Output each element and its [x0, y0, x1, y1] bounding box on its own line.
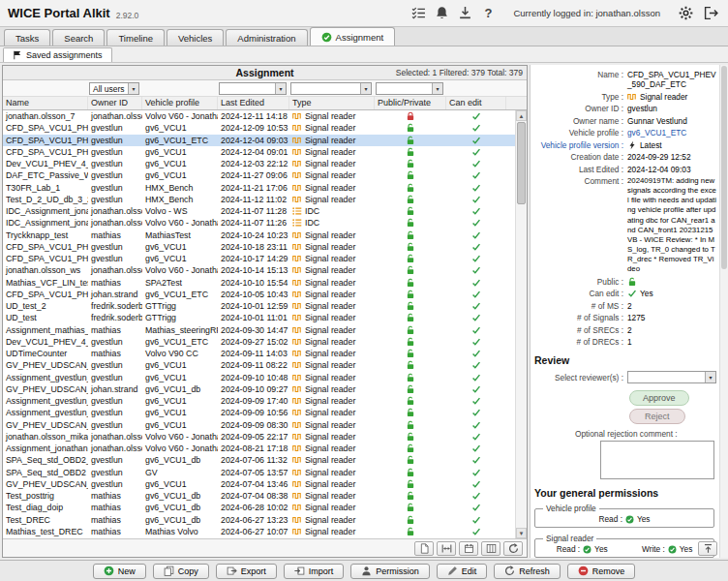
table-cell: Signal reader — [289, 324, 375, 336]
table-row[interactable]: CFD_SPA_VCU1_PHE...gvestlungv6_VCU1_ETC2… — [3, 135, 515, 146]
table-scrollbar[interactable]: ▲ ▼ — [515, 110, 527, 538]
column-header-vehicle-profile[interactable]: Vehicle profile — [142, 97, 218, 109]
scroll-top-button[interactable] — [698, 541, 717, 556]
table-row[interactable]: CFD_SPA_VCU1_PHE...gvestlungv6_VCU12024-… — [3, 241, 515, 253]
table-row[interactable]: Test_posttrigmathiasgv6_VCU1_db2024-07-0… — [3, 490, 515, 502]
table-row[interactable]: CFD_SPA_VCU1_PHE...gvestlungv6_VCU12024-… — [3, 146, 515, 158]
export-button[interactable]: Export — [216, 564, 277, 579]
table-row[interactable]: DAF_ETC_Passive_W...gvestlungv6_VCU12024… — [3, 169, 515, 181]
table-row[interactable]: UDTimeCountermathiasVolvo V90 CC2024-09-… — [3, 348, 515, 359]
copy-button[interactable]: Copy — [153, 564, 209, 579]
reject-button[interactable]: Reject — [629, 409, 685, 424]
table-cell: Signal reader — [289, 312, 375, 323]
tab-vehicles[interactable]: Vehicles — [167, 29, 224, 46]
filter-owner-id[interactable]: All users▾ — [89, 82, 139, 95]
settings-button[interactable] — [676, 4, 695, 23]
table-row[interactable]: IDC_Assignment_jonat...jonathan.olssonVo… — [3, 205, 515, 217]
field-label[interactable]: Vehicle profile version : — [532, 140, 627, 150]
vehicle-profile: gv6_VCU1_db — [145, 503, 200, 512]
help-button[interactable]: ? — [478, 4, 498, 23]
table-cell: 2024-12-03 22:12 — [218, 158, 289, 169]
table-row[interactable]: Dev_VCU1_PHEV_4_4...gvestlungv6_VCU12024… — [3, 158, 515, 169]
tab-timeline[interactable]: Timeline — [106, 29, 165, 46]
assignment-rows: jonathan.olsson_7jonathan.olssonVolvo V6… — [3, 110, 515, 538]
field-value: gvestlun — [627, 104, 716, 113]
owner-id: gvestlun — [91, 396, 123, 406]
column-header-name[interactable]: Name — [3, 97, 88, 109]
rejection-comment-input[interactable] — [600, 441, 714, 479]
table-row[interactable]: GV_PHEV_UDSCAN_...johan.strandgv6_VCU1_d… — [3, 383, 515, 395]
tab-tasks[interactable]: Tasks — [4, 29, 50, 46]
column-header-can-edit[interactable]: Can edit — [446, 97, 506, 109]
refresh-button[interactable] — [503, 541, 523, 556]
table-row[interactable]: Mathias_VCF_LIN_testmathiasSPA2Test2024-… — [3, 277, 515, 289]
lock-open-icon — [406, 349, 415, 358]
table-row[interactable]: Mathias_test_DRECmathiasMathias Volvo202… — [3, 526, 515, 537]
tab-saved-assignments[interactable]: Saved assignments — [3, 47, 112, 62]
table-row[interactable]: Dev_VCU1_PHEV_4_4...gvestlungv6_VCU1_ETC… — [3, 336, 515, 348]
table-cell — [446, 372, 506, 383]
document-button[interactable] — [414, 541, 434, 556]
logout-button[interactable] — [701, 4, 720, 23]
table-row[interactable]: jonathan.olsson_mikajonathan.olssonVolvo… — [3, 431, 515, 443]
details-scrollbar[interactable] — [719, 65, 728, 558]
tab-assignment[interactable]: Assignment — [310, 27, 396, 46]
table-row[interactable]: GV_PHEV_UDSCAN_...gvestlungv6_VCU12024-0… — [3, 419, 515, 431]
notifications-button[interactable] — [432, 4, 451, 23]
tab-search[interactable]: Search — [52, 29, 105, 46]
column-header-last-edited[interactable]: Last Edited — [218, 97, 289, 109]
table-row[interactable]: SPA_Seq_std_OBD2_v...gvestlungv6_VCU1_db… — [3, 454, 515, 466]
table-row[interactable]: GV_PHEV_UDSCAN_...gvestlungv6_VCU12024-0… — [3, 359, 515, 371]
edit-button[interactable]: Edit — [437, 564, 488, 579]
table-row[interactable]: UD_test_2fredrik.soderbergGTTrigg2024-10… — [3, 300, 515, 312]
table-row[interactable]: SPA_Seq_std_OBD2gvestlunGV2024-07-05 13:… — [3, 467, 515, 478]
download-button[interactable] — [455, 4, 474, 23]
filter-type[interactable]: ▾ — [290, 82, 372, 95]
scrollbar-thumb[interactable] — [517, 122, 526, 204]
table-row[interactable]: Test_D_2_UD_db_3_2...gvestlunHMX_Bench20… — [3, 194, 515, 205]
owner-id: gvestlun — [91, 183, 123, 193]
signal-reader-icon — [292, 111, 302, 121]
refresh-button[interactable]: Refresh — [494, 564, 561, 579]
table-row[interactable]: CFD_SPA_VCU1_PHE...gvestlungv6_VCU12024-… — [3, 122, 515, 134]
table-row[interactable]: Assignment_gvestlun_...gvestlungv6_VCU12… — [3, 395, 515, 407]
task-status-button[interactable] — [409, 4, 428, 23]
table-row[interactable]: jonathan.olsson_wsjonathan.olssonVolvo V… — [3, 264, 515, 276]
table-row[interactable]: jonathan.olsson_7jonathan.olssonVolvo V6… — [3, 110, 515, 122]
filter-last-edited[interactable]: ▾ — [219, 82, 287, 95]
column-header-public-private[interactable]: Public/Private — [375, 97, 446, 109]
details-scrollbar-thumb[interactable] — [721, 66, 727, 269]
field-value: 2024-09-29 12:52 — [627, 152, 716, 162]
table-row[interactable]: GV_PHEV_UDSCAN_...gvestlungv6_VCU12024-0… — [3, 478, 515, 490]
fit-width-button[interactable] — [437, 541, 456, 556]
calendar-button[interactable] — [459, 541, 478, 556]
table-row[interactable]: Assignment_mathias_166mathiasMathias_ste… — [3, 324, 515, 336]
approve-button[interactable]: Approve — [629, 390, 689, 406]
import-button[interactable]: Import — [284, 564, 345, 579]
new-button[interactable]: New — [93, 564, 146, 579]
table-cell — [375, 300, 446, 312]
table-row[interactable]: CFD_SPA_VCU1_PHE...johan.strandgv6_VCU1_… — [3, 289, 515, 300]
table-row[interactable]: Assignment_gvestlun_22gvestlungv6_VCU120… — [3, 407, 515, 418]
table-row[interactable]: Assignment_gvestlun_...gvestlungv6_VCU12… — [3, 372, 515, 383]
permission-button[interactable]: Permission — [350, 564, 430, 579]
reviewer-select[interactable]: ▾ — [627, 371, 716, 383]
table-row[interactable]: Tryckknapp_testmathiasMathiasTest2024-10… — [3, 229, 515, 241]
filter-public-private[interactable]: ▾ — [376, 82, 443, 95]
table-columns-button[interactable] — [481, 541, 500, 556]
remove-button[interactable]: Remove — [567, 564, 636, 579]
check-icon — [471, 278, 481, 288]
column-header-owner-id[interactable]: Owner ID — [88, 97, 142, 109]
column-header-type[interactable]: Type — [289, 97, 375, 109]
scroll-down-icon[interactable]: ▼ — [516, 528, 527, 538]
table-row[interactable]: Test_diag_doipmathiasgv6_VCU1_db2024-06-… — [3, 502, 515, 513]
table-row[interactable]: Test_DRECmathiasgv6_VCU1_db2024-06-27 13… — [3, 514, 515, 526]
tab-administration[interactable]: Administration — [226, 29, 307, 46]
table-row[interactable]: UD_testfredrik.soderbergGTTrigg2024-10-0… — [3, 312, 515, 323]
field-value[interactable]: gv6_VCU1_ETC — [627, 128, 716, 138]
table-row[interactable]: CFD_SPA_VCU1_PHE...gvestlungv6_VCU12024-… — [3, 253, 515, 264]
scroll-up-icon[interactable]: ▲ — [516, 110, 527, 121]
table-row[interactable]: Assignment_jonathan.o...jonathan.olssonV… — [3, 443, 515, 454]
table-row[interactable]: IDC_Assignment_jonat...jonathan.olssonVo… — [3, 217, 515, 229]
table-row[interactable]: T30FR_Lab_1gvestlunHMX_Bench2024-11-21 1… — [3, 182, 515, 194]
